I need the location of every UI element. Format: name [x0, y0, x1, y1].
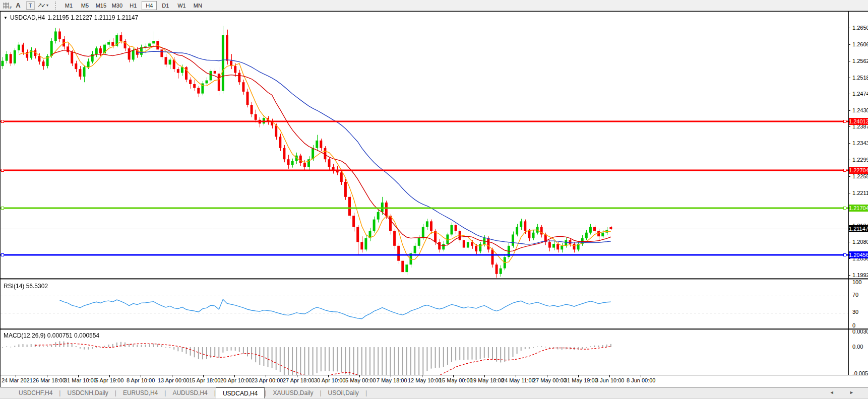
chart-tab-xauusd-daily[interactable]: XAUUSD,Daily	[266, 387, 320, 398]
tab-scroll-arrows[interactable]: ◄ ►	[830, 390, 861, 395]
hline-price-badge: 1.24013	[849, 118, 868, 125]
timeframe-button-H1[interactable]: H1	[126, 1, 141, 10]
price-axis-tick: 1.22110	[848, 190, 868, 196]
time-axis-label: 7 May 18:00	[377, 377, 407, 383]
symbol-ohlc-label: ▼ USDCAD,H4 1.21195 1.21227 1.21119 1.21…	[4, 14, 138, 21]
time-axis-label: 27 Apr 18:00	[283, 377, 314, 383]
timeframe-button-MN[interactable]: MN	[190, 1, 205, 10]
price-axis-tick: 1.25180	[848, 75, 868, 81]
dropdown-caret-icon[interactable]: ▼	[45, 4, 49, 7]
ohlc-values: 1.21195 1.21227 1.21119 1.21147	[47, 14, 138, 21]
time-axis-label: 20 Apr 10:00	[220, 377, 252, 383]
timeframe-button-W1[interactable]: W1	[174, 1, 189, 10]
time-axis-label: 5 May 00:00	[345, 377, 376, 383]
timeframe-button-H4[interactable]: H4	[142, 1, 157, 10]
price-axis-tick: 1.26500	[848, 25, 868, 31]
time-axis-label: 27 May 00:00	[533, 377, 567, 383]
time-axis-label: 3 Jun 10:00	[595, 377, 625, 383]
time-axis-label: 31 May 19:00	[564, 377, 598, 383]
price-axis-tick: 1.19920	[848, 272, 868, 278]
macd-axis-label: 0.003035	[852, 328, 868, 335]
rsi-canvas[interactable]	[1, 280, 848, 328]
chart-tab-usdchf-h4[interactable]: USDCHF,H4	[12, 387, 59, 398]
time-axis[interactable]: 24 Mar 202126 Mar 18:0031 Mar 10:005 Apr…	[1, 375, 868, 387]
time-axis-label: 24 Mar 2021	[2, 377, 33, 383]
chart-tab-usdcad-h4[interactable]: USDCAD,H4	[216, 387, 265, 398]
timeframe-button-M5[interactable]: M5	[77, 1, 92, 10]
arrows-tool-icon[interactable]: ↗↙▼	[37, 1, 49, 10]
price-axis-tick: 1.25620	[848, 58, 868, 64]
time-axis-label: 26 Mar 18:00	[33, 377, 66, 383]
time-axis-label: 13 Apr 00:00	[158, 377, 189, 383]
price-axis-tick: 1.24740	[848, 91, 868, 97]
chart-grid-icon[interactable]: F	[1, 1, 11, 10]
time-axis-label: 31 Mar 10:00	[64, 377, 97, 383]
timeframe-button-M30[interactable]: M30	[109, 1, 125, 10]
rsi-axis-label: 70	[852, 292, 858, 298]
time-axis-label: 19 May 18:00	[470, 377, 504, 383]
time-axis-label: 15 May 00:00	[439, 377, 473, 383]
chart-tab-eurusd-h4[interactable]: EURUSD,H4	[116, 387, 164, 398]
symbol-name: USDCAD,H4	[10, 14, 45, 21]
time-axis-label: 5 Apr 19:00	[95, 377, 123, 383]
timeframe-button-D1[interactable]: D1	[158, 1, 173, 10]
price-axis-tick: 1.26060	[848, 41, 868, 47]
macd-indicator-label: MACD(12,26,9) 0.000751 0.000554	[4, 332, 99, 339]
rsi-axis-label: 30	[852, 309, 858, 315]
chart-tab-usoil-daily[interactable]: USOil,Daily	[322, 387, 365, 398]
price-axis-tick: 1.23430	[848, 140, 868, 146]
macd-axis-label: 0.00	[852, 344, 863, 350]
mt4-application: F A T ↗↙▼ M1M5M15M30H1H4D1W1MN ▼ USDCAD,…	[0, 0, 868, 399]
time-axis-label: 8 Apr 10:00	[127, 377, 155, 383]
time-axis-label: 8 Jun 00:00	[627, 377, 656, 383]
price-axis-tick: 1.22550	[848, 173, 868, 179]
rsi-indicator-label: RSI(14) 56.5302	[4, 283, 48, 290]
time-axis-label: 24 May 11:00	[502, 377, 535, 383]
price-chart-canvas[interactable]	[1, 12, 848, 278]
timeframe-button-group: M1M5M15M30H1H4D1W1MN	[60, 1, 206, 10]
top-toolbar: F A T ↗↙▼ M1M5M15M30H1H4D1W1MN	[0, 0, 868, 11]
timeframe-button-M1[interactable]: M1	[61, 1, 76, 10]
text-box-icon[interactable]: T	[25, 1, 35, 10]
chart-area: ▼ USDCAD,H4 1.21195 1.21227 1.21119 1.21…	[0, 11, 868, 387]
tab-separator: |	[365, 389, 367, 396]
chart-tab-usdcnh-daily[interactable]: USDCNH,Daily	[60, 387, 114, 398]
hline-price-badge: 1.20456	[849, 251, 868, 258]
macd-canvas[interactable]	[1, 330, 848, 375]
time-axis-label: 15 Apr 18:00	[189, 377, 220, 383]
symbol-dropdown-icon[interactable]: ▼	[4, 16, 8, 20]
text-label-icon[interactable]: A	[13, 1, 23, 10]
hline-price-badge: 1.22704	[849, 167, 868, 174]
price-axis-tick: 1.22990	[848, 157, 868, 163]
price-axis-tick: 1.20800	[848, 239, 868, 245]
chart-tab-audusd-h4[interactable]: AUDUSD,H4	[166, 387, 214, 398]
price-axis-tick: 1.24300	[848, 107, 868, 113]
rsi-axis-label: 100	[852, 279, 861, 285]
time-axis-label: 23 Apr 00:00	[252, 377, 283, 383]
chart-tab-bar: USDCHF,H4|USDCNH,Daily|EURUSD,H4|AUDUSD,…	[0, 387, 868, 399]
toolbar-gripper[interactable]	[55, 2, 57, 10]
time-axis-label: 30 Apr 10:00	[314, 377, 345, 383]
timeframe-button-M15[interactable]: M15	[93, 1, 108, 10]
rsi-axis-label: 0	[852, 322, 855, 328]
time-axis-label: 12 May 10:00	[408, 377, 442, 383]
hline-price-badge: 1.21704	[849, 205, 868, 212]
current-price-badge: 1.21147	[849, 225, 868, 232]
